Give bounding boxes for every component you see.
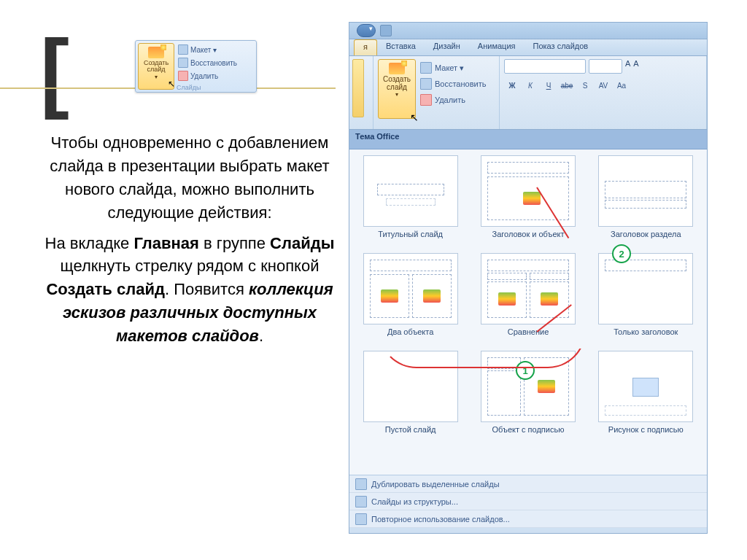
strike-button[interactable]: abe — [559, 78, 575, 93]
tab-home[interactable]: я — [354, 39, 377, 55]
layout-icon — [178, 44, 188, 55]
shadow-button[interactable]: S — [577, 78, 593, 93]
tab-slideshow[interactable]: Показ слайдов — [524, 39, 597, 55]
ribbon-small-inset: Создатьслайд ▾ Макет ▾ Восстановить Удал… — [135, 40, 257, 93]
new-slide-icon — [389, 63, 405, 74]
reset-icon — [178, 58, 188, 68]
underline-button[interactable]: Ч — [541, 78, 557, 93]
font-family-select[interactable] — [504, 59, 586, 74]
layout-section-header[interactable]: Заголовок раздела — [589, 155, 703, 249]
ribbon-tabs: я Вставка Дизайн Анимация Показ слайдов — [349, 39, 707, 56]
group-label-small: Слайды — [177, 84, 201, 91]
undo-button[interactable] — [357, 24, 376, 37]
reuse-slides-cmd[interactable]: Повторное использование слайдов... — [349, 510, 707, 528]
new-slide-icon — [148, 47, 164, 58]
paragraph-1: Чтобы одновременно с добавлением слайда … — [40, 131, 339, 225]
layout-title-only[interactable]: Только заголовок — [589, 253, 703, 346]
grow-font-button[interactable]: A — [625, 59, 630, 74]
reset-icon — [420, 78, 432, 90]
layout-title-content[interactable]: Заголовок и объект — [471, 155, 584, 249]
italic-button[interactable]: К — [522, 78, 538, 93]
delete-button-small[interactable]: Удалить — [177, 70, 255, 82]
bracket-left: [ — [40, 20, 69, 121]
shrink-font-button[interactable]: A — [633, 59, 638, 74]
ribbon-group-slides: Создатьслайд ▾ Макет ▾ Восстановить Удал… — [374, 56, 500, 129]
layout-picture-caption[interactable]: Рисунок с подписью — [589, 351, 703, 444]
callout-2: 2 — [612, 244, 631, 263]
ribbon-group-clipboard — [349, 56, 374, 129]
chevron-down-icon[interactable]: ▾ — [379, 91, 415, 98]
callout-curve-1 — [379, 330, 586, 368]
cursor-icon: ↖ — [410, 112, 419, 123]
gallery-header: Тема Office — [349, 130, 707, 149]
bold-button[interactable]: Ж — [504, 78, 520, 93]
delete-icon — [420, 94, 432, 106]
clipboard-icon[interactable] — [352, 59, 364, 117]
delete-icon — [178, 71, 188, 81]
case-button[interactable]: Aa — [614, 78, 630, 93]
reset-button[interactable]: Восстановить — [420, 77, 486, 91]
reuse-icon — [355, 513, 367, 525]
ribbon-home: Создатьслайд ▾ Макет ▾ Восстановить Удал… — [349, 56, 707, 130]
new-slide-button[interactable]: Создатьслайд ▾ — [378, 59, 416, 119]
tab-animation[interactable]: Анимация — [469, 39, 525, 55]
layout-icon — [420, 62, 432, 74]
quick-access-toolbar — [349, 23, 707, 39]
font-style-row: Ж К Ч abe S AV Aa — [504, 78, 665, 93]
duplicate-icon — [355, 478, 367, 490]
delete-button[interactable]: Удалить — [420, 93, 486, 107]
layout-gallery: Титульный слайд Заголовок и объект Загол… — [349, 149, 707, 475]
reset-button-small[interactable]: Восстановить — [177, 57, 255, 69]
gallery-footer: Дублировать выделенные слайды Слайды из … — [349, 475, 707, 528]
tab-design[interactable]: Дизайн — [425, 39, 469, 55]
layout-button-small[interactable]: Макет ▾ — [177, 44, 255, 55]
ribbon-group-font: A A Ж К Ч abe S AV Aa — [500, 56, 707, 129]
duplicate-slides-cmd[interactable]: Дублировать выделенные слайды — [349, 475, 707, 493]
font-size-select[interactable] — [589, 59, 622, 74]
outline-icon — [355, 496, 367, 508]
spacing-button[interactable]: AV — [595, 78, 611, 93]
layout-title-slide[interactable]: Титульный слайд — [354, 155, 467, 249]
instruction-text: Чтобы одновременно с добавлением слайда … — [40, 131, 339, 348]
slides-from-outline-cmd[interactable]: Слайды из структуры... — [349, 493, 707, 510]
powerpoint-panel: я Вставка Дизайн Анимация Показ слайдов … — [349, 22, 708, 534]
cursor-icon: ↖ — [168, 79, 175, 89]
layout-button[interactable]: Макет ▾ — [420, 61, 486, 75]
qat-icon[interactable] — [380, 25, 392, 36]
tab-insert[interactable]: Вставка — [377, 39, 425, 55]
paragraph-2: На вкладке Главная в группе Слайды щелкн… — [40, 232, 339, 348]
